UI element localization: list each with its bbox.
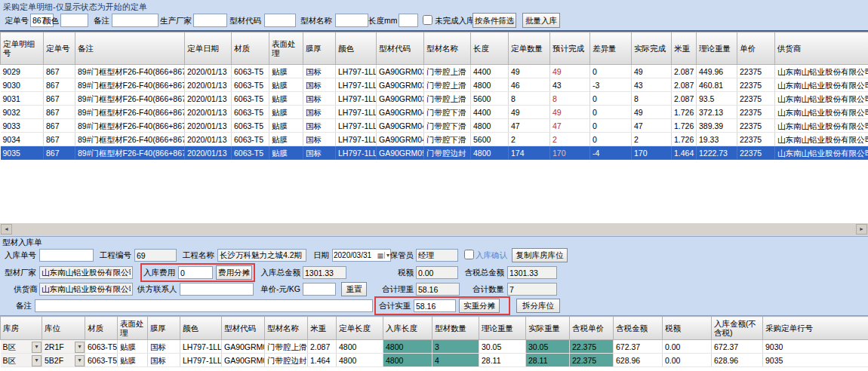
cell: 4800: [471, 78, 509, 92]
column-header[interactable]: 长度: [471, 32, 509, 65]
table-row[interactable]: 903486789#门框型材F26-F40(866+867)2020/01/13…: [1, 133, 868, 146]
column-header[interactable]: 采购定单行号: [763, 317, 868, 340]
unfinished-checkbox[interactable]: [423, 15, 432, 25]
filter-bar: 定单号 颜色 备注 生产厂家 型材代码 型材名称 长度mm 未完成入库 按条件筛…: [0, 11, 868, 30]
cell: 6063-T5: [232, 133, 269, 146]
column-header[interactable]: 定单长度: [337, 317, 383, 340]
inbound-confirm-checkbox[interactable]: [464, 250, 474, 259]
note-input[interactable]: [35, 299, 373, 312]
keeper-input[interactable]: [416, 249, 458, 262]
column-header[interactable]: 型材数量: [432, 317, 479, 340]
column-header[interactable]: 定单数量: [509, 32, 550, 65]
column-header[interactable]: 材质: [85, 317, 118, 340]
dropdown-arrow-icon[interactable]: ▾: [75, 342, 85, 353]
inbound-total-input[interactable]: [303, 266, 346, 279]
project-no-input[interactable]: [134, 249, 177, 262]
supplier-input[interactable]: [39, 283, 133, 296]
column-header[interactable]: 表面处理: [118, 317, 148, 340]
calendar-icon[interactable]: ▦: [377, 252, 383, 259]
length-filter-input[interactable]: [399, 14, 418, 27]
column-header[interactable]: 定单明细号: [1, 32, 44, 65]
column-header[interactable]: 库位: [42, 317, 85, 340]
column-header[interactable]: 膜厚: [148, 317, 180, 340]
manufacturer-filter-input[interactable]: [193, 14, 227, 27]
column-header[interactable]: 预计完成: [550, 32, 590, 65]
copy-warehouse-location-button[interactable]: 复制库房库位: [512, 248, 568, 262]
dropdown-arrow-icon[interactable]: ▾: [32, 342, 42, 353]
column-header[interactable]: 库房: [1, 317, 42, 340]
horizontal-scrollbar[interactable]: ◄ ►: [0, 223, 868, 235]
scroll-left-icon[interactable]: ◄: [1, 224, 12, 235]
profile-code-filter-input[interactable]: [264, 14, 296, 27]
column-header[interactable]: 理论重量: [479, 317, 526, 340]
table-row[interactable]: ▾B区▾2R1F6063-T5贴膜国标LH797-1LL0GA90GRM03门带…: [1, 340, 868, 354]
column-header[interactable]: 型材代码: [377, 32, 424, 65]
profile-name-filter-input[interactable]: [335, 14, 368, 27]
column-header[interactable]: 型材名称: [424, 32, 471, 65]
column-header[interactable]: 入库长度: [383, 317, 432, 340]
total-theory-weight-input[interactable]: [416, 283, 460, 296]
dropdown-arrow-icon[interactable]: ▾: [75, 355, 85, 366]
dropdown-arrow-icon[interactable]: ▾: [32, 355, 42, 366]
column-header[interactable]: 米重: [672, 32, 697, 65]
cell: 2020/01/13: [185, 92, 232, 106]
column-header[interactable]: 定单日期: [185, 32, 232, 65]
inbound-fee-input[interactable]: [178, 266, 213, 279]
reset-button[interactable]: 重置: [341, 282, 367, 296]
column-header[interactable]: 实际完成: [632, 32, 672, 65]
table-row[interactable]: 903086789#门框型材F26-F40(866+867)2020/01/13…: [1, 78, 868, 92]
receipt-no-label: 入库单号: [2, 250, 36, 261]
column-header[interactable]: 膜厚: [303, 32, 336, 65]
total-with-tax-input[interactable]: [507, 266, 557, 279]
keeper-label: 保管员: [388, 250, 414, 261]
column-header[interactable]: 单价: [737, 32, 775, 65]
table-row[interactable]: ▾B区▾5B2F6063-T5贴膜国标LH797-1LL0GA90GRM05门带…: [1, 354, 868, 367]
column-header[interactable]: 颜色: [336, 32, 377, 65]
column-header[interactable]: 定单号: [44, 32, 75, 65]
column-header[interactable]: 备注: [75, 32, 185, 65]
color-filter-input[interactable]: [60, 14, 88, 27]
date-input[interactable]: 2020/03/31 ▦ ▾: [332, 249, 391, 262]
table-row[interactable]: 903286789#门框型材F26-F40(866+867)2020/01/13…: [1, 106, 868, 119]
tax-input[interactable]: [416, 266, 458, 279]
column-header[interactable]: 颜色: [180, 317, 222, 340]
actual-weight-share-button[interactable]: 实重分摊: [459, 299, 500, 313]
fee-share-button[interactable]: 费用分摊: [216, 265, 252, 280]
project-name-input[interactable]: [217, 249, 306, 262]
cell: 43: [632, 78, 672, 92]
column-header[interactable]: 实际重量: [526, 317, 570, 340]
table-row[interactable]: 903386789#门框型材F26-F40(866+867)2020/01/13…: [1, 119, 868, 133]
column-header[interactable]: 含税金额: [614, 317, 663, 340]
column-header[interactable]: 税额: [663, 317, 712, 340]
split-location-button[interactable]: 拆分库位: [516, 299, 560, 313]
unit-price-input[interactable]: [303, 283, 336, 296]
cell: LH797-1LL0: [336, 133, 377, 146]
column-header[interactable]: 差异量: [590, 32, 632, 65]
table-row[interactable]: 903586789#门框型材F26-F40(866+867)2020/01/13…: [1, 146, 868, 160]
table-row[interactable]: 903186789#门框型材F26-F40(866+867)2020/01/13…: [1, 92, 868, 106]
cell: 4800: [383, 354, 432, 367]
receipt-no-input[interactable]: [39, 249, 94, 262]
column-header[interactable]: 供货商: [775, 32, 868, 65]
column-header[interactable]: 米重: [308, 317, 337, 340]
scroll-right-icon[interactable]: ►: [856, 224, 867, 235]
total-actual-weight-input[interactable]: [414, 299, 456, 312]
column-header[interactable]: 材质: [232, 32, 269, 65]
factory-input[interactable]: [39, 266, 133, 279]
cell: 4800: [471, 119, 509, 133]
column-header[interactable]: 型材名称: [265, 317, 308, 340]
column-header[interactable]: 表面处理: [269, 32, 303, 65]
column-header[interactable]: 型材代码: [222, 317, 265, 340]
cell: ▾B区: [1, 354, 42, 367]
total-quantity-input[interactable]: [507, 283, 557, 296]
cell: 4800: [337, 340, 383, 354]
column-header[interactable]: 理论重量: [697, 32, 737, 65]
column-header[interactable]: 含税单价: [570, 317, 614, 340]
filter-by-condition-button[interactable]: 按条件筛选: [472, 13, 516, 28]
remark-filter-input[interactable]: [112, 14, 159, 27]
table-row[interactable]: 902986789#门框型材F26-F40(866+867)2020/01/13…: [1, 65, 868, 78]
cell: 6063-T5: [232, 146, 269, 160]
batch-inbound-button[interactable]: 批量入库: [522, 13, 560, 28]
supplier-contact-input[interactable]: [180, 283, 254, 296]
column-header[interactable]: 入库金额(不含税): [712, 317, 763, 340]
